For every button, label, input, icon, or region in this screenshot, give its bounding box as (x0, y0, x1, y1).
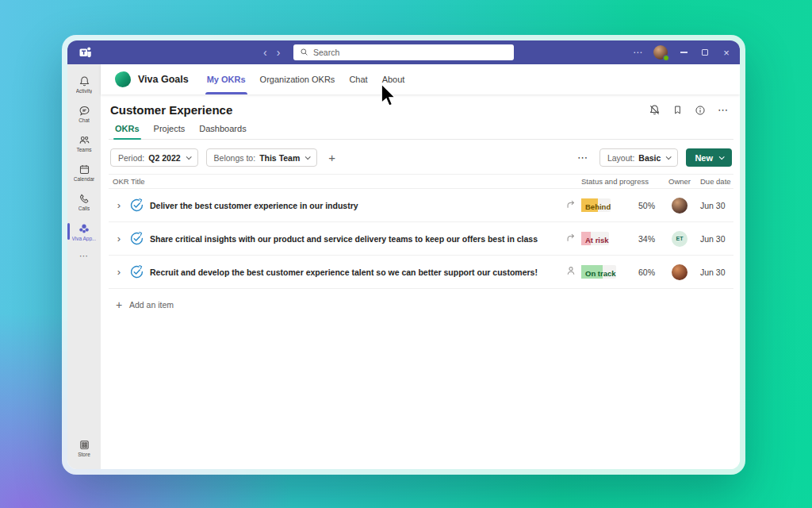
sidebar-more-apps-icon[interactable]: ⋯ (67, 246, 101, 265)
maximize-button[interactable] (699, 47, 710, 58)
chat-icon (79, 105, 90, 117)
chevron-down-icon (719, 154, 725, 160)
back-icon[interactable]: ‹ (263, 47, 267, 58)
progress-value: 50% (629, 201, 664, 210)
table-rows: › Deliver the best customer experience i… (109, 189, 733, 289)
filter-toolbar: Period: Q2 2022 Belongs to: This Team + (109, 148, 733, 167)
plus-icon: + (109, 298, 129, 311)
status-chip[interactable]: Behind (581, 198, 611, 212)
search-input[interactable] (313, 48, 508, 57)
app-name: Viva Goals (138, 74, 189, 85)
new-button[interactable]: New (686, 148, 732, 167)
due-date: Jun 30 (695, 201, 733, 210)
status-chip[interactable]: On track (581, 265, 616, 279)
minimize-button[interactable] (678, 47, 689, 58)
page-more-icon[interactable]: ⋯ (718, 104, 729, 116)
expand-chevron-icon[interactable]: › (109, 266, 129, 278)
titlebar: ‹ › ⋯ × (67, 40, 740, 64)
column-owner: Owner (664, 177, 695, 186)
user-avatar[interactable] (653, 45, 668, 60)
sidebar-item-activity[interactable]: Activity (67, 70, 101, 99)
forward-icon[interactable]: › (277, 47, 281, 58)
calendar-icon (79, 164, 90, 175)
progress-value: 34% (629, 234, 664, 244)
sidebar-item-store[interactable]: Store (67, 433, 101, 463)
objective-target-icon (129, 198, 150, 213)
app-rail: Activity Chat Teams (67, 64, 101, 469)
app-tabs: My OKRs Organization OKRs Chat About (200, 64, 412, 94)
page-content: Customer Experience (101, 94, 740, 469)
sidebar-item-label: Teams (76, 147, 91, 152)
tab-about[interactable]: About (375, 64, 412, 94)
okr-row[interactable]: › Share critical insights with our produ… (109, 222, 733, 256)
add-filter-button[interactable]: + (325, 151, 339, 164)
add-item-button[interactable]: + Add an item (109, 289, 733, 321)
share-icon (565, 232, 576, 246)
tab-okrs[interactable]: OKRs (109, 121, 146, 139)
column-status: Status and progress (565, 177, 664, 186)
sidebar-item-viva-apps[interactable]: Viva App... (67, 217, 101, 246)
owner-avatar[interactable] (672, 198, 688, 214)
sidebar-item-teams[interactable]: Teams (67, 129, 101, 158)
tab-my-okrs[interactable]: My OKRs (200, 64, 253, 94)
okr-row[interactable]: › Recruit and develop the best customer … (109, 256, 733, 289)
sidebar-item-label: Viva App... (72, 236, 97, 241)
viva-goals-logo (115, 71, 131, 87)
sidebar-item-label: Chat (79, 117, 90, 123)
sidebar-item-calendar[interactable]: Calendar (67, 158, 101, 187)
info-icon[interactable] (695, 105, 706, 116)
tab-chat[interactable]: Chat (342, 64, 374, 94)
phone-icon (79, 193, 90, 205)
due-date: Jun 30 (695, 234, 733, 244)
tab-dashboards[interactable]: Dashboards (193, 121, 252, 139)
teams-app-window: ‹ › ⋯ × (67, 40, 740, 469)
chevron-down-icon (305, 154, 311, 160)
tab-projects[interactable]: Projects (147, 121, 192, 139)
status-label: Behind (581, 202, 611, 211)
layout-selector[interactable]: Layout: Basic (599, 148, 678, 167)
desktop-background: ‹ › ⋯ × (0, 0, 812, 508)
expand-chevron-icon[interactable]: › (109, 199, 129, 211)
sidebar-item-chat[interactable]: Chat (67, 99, 101, 129)
okr-title[interactable]: Share critical insights with our product… (150, 234, 565, 244)
tab-organization-okrs[interactable]: Organization OKRs (253, 64, 343, 94)
search-icon (300, 45, 308, 60)
table-header: OKR Title Status and progress Owner Due … (109, 174, 733, 189)
belongs-to-filter-button[interactable]: Belongs to: This Team (206, 148, 318, 167)
owner-avatar[interactable] (672, 264, 688, 280)
status-label: On track (581, 269, 616, 278)
progress-value: 60% (629, 267, 664, 277)
okr-title[interactable]: Deliver the best customer experience in … (150, 201, 565, 210)
share-icon (565, 198, 576, 213)
owner-avatar[interactable]: ET (672, 231, 688, 247)
nav-history: ‹ › (263, 40, 280, 64)
page-header-actions: ⋯ (649, 104, 729, 116)
due-date: Jun 30 (695, 267, 733, 277)
search-box[interactable] (293, 44, 514, 60)
bookmark-icon[interactable] (672, 105, 683, 115)
chevron-down-icon (666, 154, 672, 160)
page-title: Customer Experience (110, 103, 232, 117)
sidebar-item-label: Calendar (74, 176, 94, 182)
chevron-down-icon (186, 154, 191, 160)
bell-icon (79, 75, 90, 87)
people-icon (79, 134, 90, 146)
period-filter-button[interactable]: Period: Q2 2022 (110, 148, 198, 167)
notifications-off-icon[interactable] (649, 104, 661, 116)
okr-title[interactable]: Recruit and develop the best customer ex… (150, 267, 565, 277)
viva-goals-header: Viva Goals My OKRs Organization OKRs Cha… (101, 64, 740, 94)
column-due-date: Due date (695, 177, 733, 186)
titlebar-controls: ⋯ × (633, 40, 732, 64)
okr-table: OKR Title Status and progress Owner Due … (109, 174, 733, 321)
sidebar-item-calls[interactable]: Calls (67, 187, 101, 217)
okr-row[interactable]: › Deliver the best customer experience i… (109, 189, 733, 222)
page-tabs: OKRs Projects Dashboards (109, 121, 733, 140)
expand-chevron-icon[interactable]: › (109, 233, 129, 244)
store-icon (79, 439, 90, 451)
close-button[interactable]: × (721, 47, 732, 58)
viva-apps-icon (78, 222, 90, 235)
sidebar-item-label: Calls (79, 206, 90, 211)
toolbar-more-icon[interactable]: ⋯ (574, 152, 592, 164)
titlebar-more-icon[interactable]: ⋯ (633, 47, 643, 58)
status-chip[interactable]: At risk (581, 232, 609, 245)
